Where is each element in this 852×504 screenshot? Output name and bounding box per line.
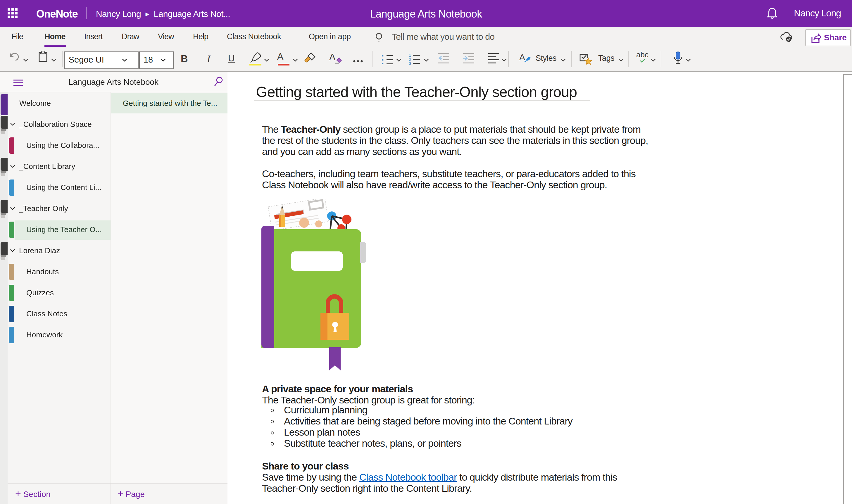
svg-text:3: 3 xyxy=(409,61,411,65)
svg-text:A: A xyxy=(519,52,525,62)
